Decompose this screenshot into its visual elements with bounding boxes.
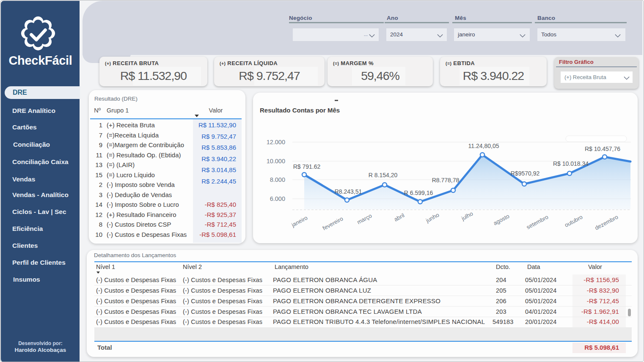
svg-text:8.000: 8.000 xyxy=(270,176,285,183)
svg-text:março: março xyxy=(356,212,373,225)
svg-text:R$ 10.018.34: R$ 10.018.34 xyxy=(553,160,589,167)
svg-text:R8.778,78: R8.778,78 xyxy=(432,177,460,184)
svg-text:10.000: 10.000 xyxy=(267,158,285,165)
svg-text:12.000: 12.000 xyxy=(267,139,285,145)
svg-text:setembro: setembro xyxy=(526,214,550,230)
svg-text:janeiro: janeiro xyxy=(290,214,309,228)
svg-text:Resultado Contas por Mês: Resultado Contas por Mês xyxy=(260,107,340,114)
svg-text:junho: junho xyxy=(424,211,440,224)
svg-text:R 8.154,20: R 8.154,20 xyxy=(369,172,398,178)
svg-text:abril: abril xyxy=(393,212,406,222)
svg-text:R$ 791.62: R$ 791.62 xyxy=(293,163,321,170)
svg-text:R8.243,51: R8.243,51 xyxy=(335,188,362,195)
svg-text:11.24,80,05: 11.24,80,05 xyxy=(468,143,499,149)
svg-text:R 6.599,16: R 6.599,16 xyxy=(404,189,433,196)
svg-text:R$ 10.457,76: R$ 10.457,76 xyxy=(585,145,620,152)
svg-text:dezembro: dezembro xyxy=(594,214,619,231)
svg-text:6.000: 6.000 xyxy=(270,195,285,202)
svg-text:julho: julho xyxy=(460,210,474,222)
svg-text:outubro: outubro xyxy=(564,214,583,228)
svg-text:R$9570,92: R$9570,92 xyxy=(511,170,540,177)
svg-text:agosto: agosto xyxy=(493,213,511,226)
svg-text:fevereiro: fevereiro xyxy=(322,215,344,231)
